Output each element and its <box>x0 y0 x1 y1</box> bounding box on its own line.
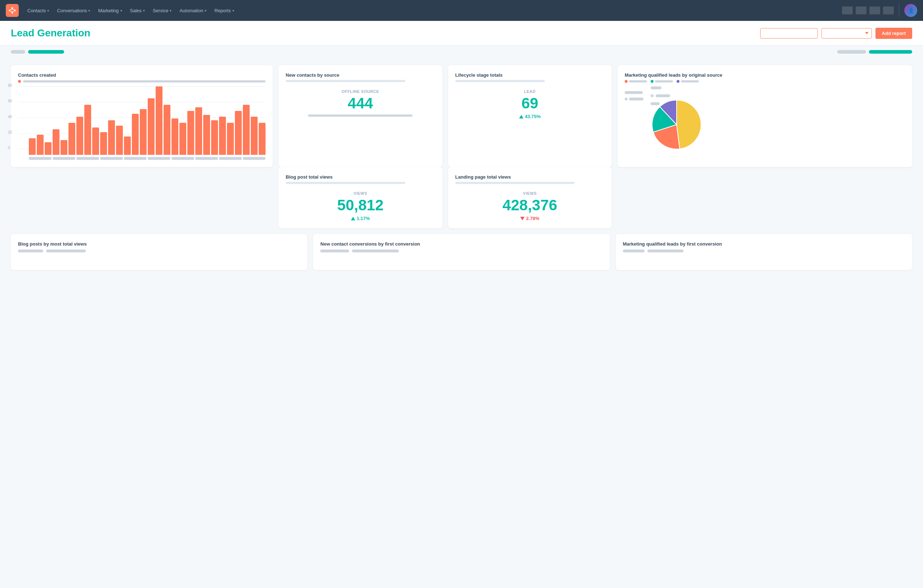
mid-row: Blog post total views VIEWS 50,812 1.17%… <box>11 167 912 228</box>
nav-item-contacts[interactable]: Contacts ▾ <box>24 6 53 15</box>
svg-line-6 <box>12 11 15 12</box>
nav-item-reports[interactable]: Reports ▾ <box>211 6 238 15</box>
cards-grid: Contacts created 80 60 40 20 0 <box>11 65 912 167</box>
nav-item-service[interactable]: Service ▾ <box>149 6 175 15</box>
bar <box>219 117 226 155</box>
xaxis-label <box>29 157 51 160</box>
bottom-card-title-1: Blog posts by most total views <box>18 241 300 247</box>
landing-views-title: Landing page total views <box>455 174 604 180</box>
bar <box>203 115 210 155</box>
bar <box>140 109 147 155</box>
nav-item-conversations[interactable]: Conversations ▾ <box>53 6 94 15</box>
header-controls: Add report <box>760 28 912 39</box>
bottom-grid: Blog posts by most total views New conta… <box>11 234 912 270</box>
pie-legend <box>625 80 905 83</box>
triangle-down-icon <box>520 217 524 220</box>
lifecycle-bar <box>455 80 545 82</box>
frequency-select[interactable] <box>821 28 872 39</box>
bar <box>61 140 67 155</box>
nav-logo[interactable] <box>6 4 19 17</box>
svg-point-2 <box>11 12 13 14</box>
lifecycle-value: 69 <box>455 96 604 111</box>
bar <box>108 120 115 155</box>
bar <box>227 123 234 155</box>
blog-views-category: VIEWS <box>286 191 435 195</box>
bar <box>148 98 154 155</box>
toolbar-pill-4[interactable] <box>869 50 912 54</box>
page-header: Lead Generation Add report <box>0 21 923 46</box>
card-contacts-created: Contacts created 80 60 40 20 0 <box>11 65 273 167</box>
pie-right-item-1 <box>650 87 670 89</box>
bottom-card-3: Marketing qualified leads by first conve… <box>616 234 912 270</box>
lifecycle-title: Lifecycle stage totals <box>455 72 604 78</box>
bottom-bar-2a <box>320 249 349 252</box>
date-range-input[interactable] <box>760 28 818 39</box>
bar <box>179 123 186 155</box>
bar <box>235 111 242 155</box>
nav-item-sales[interactable]: Sales ▾ <box>126 6 149 15</box>
card-blog-views: Blog post total views VIEWS 50,812 1.17% <box>279 167 442 228</box>
pie-left-bar-1 <box>625 91 643 94</box>
svg-line-5 <box>10 9 13 10</box>
svg-point-0 <box>11 7 13 9</box>
svg-line-7 <box>10 11 13 12</box>
pie-left-bar-2 <box>629 98 644 100</box>
bar <box>211 120 218 155</box>
triangle-up-icon <box>519 115 524 118</box>
nav-right: 👤 <box>842 4 917 17</box>
nav-icon-btn-2[interactable] <box>856 7 866 15</box>
xaxis-label <box>148 157 171 160</box>
new-contacts-title: New contacts by source <box>286 72 435 78</box>
nav-item-marketing[interactable]: Marketing ▾ <box>94 6 125 15</box>
chevron-down-icon: ▾ <box>205 9 207 13</box>
pie-legend-bar-2 <box>655 80 673 82</box>
card-new-contacts: New contacts by source OFFLINE SOURCE 44… <box>279 65 442 167</box>
blog-views-value: 50,812 <box>286 198 435 213</box>
bottom-bars-3 <box>623 249 905 252</box>
nav-item-automation[interactable]: Automation ▾ <box>176 6 210 15</box>
bar <box>53 129 59 155</box>
avatar[interactable]: 👤 <box>904 4 917 17</box>
xaxis-label <box>219 157 242 160</box>
bottom-bar-3b <box>647 249 683 252</box>
bar <box>132 114 139 155</box>
lifecycle-change: 43.75% <box>455 114 604 119</box>
new-contacts-bar <box>286 80 405 82</box>
page-title: Lead Generation <box>11 27 90 39</box>
bar <box>29 138 36 155</box>
bottom-card-2: New contact conversions by first convers… <box>313 234 609 270</box>
landing-views-category: VIEWS <box>455 191 604 195</box>
contacts-created-title: Contacts created <box>18 72 266 78</box>
bar <box>100 132 107 155</box>
landing-views-change: 2.78% <box>455 216 604 221</box>
bar <box>45 142 51 155</box>
bottom-bars-2 <box>320 249 602 252</box>
mql-title: Marketing qualified leads by original so… <box>625 72 905 78</box>
nav-icon-btn-4[interactable] <box>883 7 894 15</box>
toolbar-strip <box>0 46 923 58</box>
blog-views-bar <box>286 182 405 184</box>
card-lifecycle: Lifecycle stage totals LEAD 69 43.75% <box>448 65 612 167</box>
pie-right-bar-1 <box>650 87 662 89</box>
pie-legend-item-3 <box>677 80 699 83</box>
blog-views-change: 1.17% <box>286 216 435 221</box>
legend-row <box>18 80 266 83</box>
toolbar-pill-1 <box>11 50 25 54</box>
bottom-card-title-2: New contact conversions by first convers… <box>320 241 602 247</box>
svg-line-4 <box>12 9 15 10</box>
add-report-button[interactable]: Add report <box>875 28 912 39</box>
xaxis <box>29 157 266 160</box>
pie-legend-item-1 <box>625 80 647 83</box>
xaxis-label <box>100 157 123 160</box>
chevron-down-icon: ▾ <box>47 9 49 13</box>
bar <box>92 128 99 155</box>
pie-dot-1 <box>625 80 627 83</box>
chevron-down-icon: ▾ <box>120 9 122 13</box>
bar <box>116 126 123 155</box>
nav-icon-btn-3[interactable] <box>869 7 880 15</box>
nav-items: Contacts ▾ Conversations ▾ Marketing ▾ S… <box>24 6 841 15</box>
chevron-down-icon: ▾ <box>232 9 234 13</box>
bar <box>171 118 178 155</box>
toolbar-pill-2[interactable] <box>28 50 64 54</box>
nav-icon-btn-1[interactable] <box>842 7 853 15</box>
